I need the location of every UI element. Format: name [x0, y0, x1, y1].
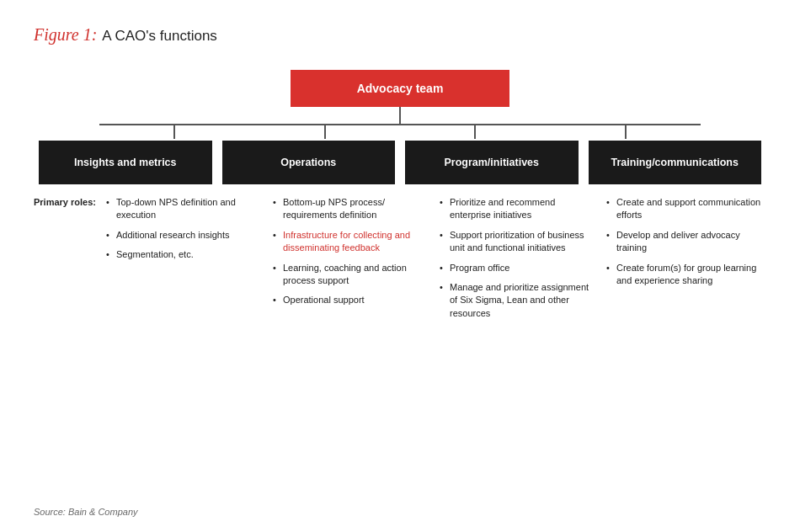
- list-item: Support prioritization of business unit …: [438, 229, 595, 255]
- page: Figure 1: A CAO's functions Advocacy tea…: [0, 0, 800, 532]
- advocacy-team-box: Advocacy team: [291, 70, 509, 107]
- list-item: Top-down NPS definition and execution: [104, 196, 261, 222]
- source-label: Source: Bain & Company: [34, 507, 138, 517]
- operations-list: Bottom-up NPS process/ requirements defi…: [271, 196, 428, 307]
- list-item: Additional research insights: [104, 229, 261, 242]
- org-chart: Advocacy team Insights and metrics Opera…: [34, 70, 766, 327]
- col-header-insights: Insights and metrics: [39, 141, 212, 184]
- column-headers-row: Insights and metrics Operations Program/…: [34, 141, 766, 193]
- tick-4: [625, 124, 627, 139]
- roles-col-insights: Top-down NPS definition and execution Ad…: [99, 196, 266, 327]
- list-item: Manage and prioritize assignment of Six …: [438, 281, 595, 320]
- figure-label: Figure 1:: [34, 25, 97, 45]
- col-header-operations: Operations: [222, 141, 396, 184]
- list-item: Infrastructure for collecting and dissem…: [271, 229, 428, 255]
- list-item: Program office: [438, 262, 595, 274]
- list-item: Create and support communication efforts: [605, 196, 761, 222]
- horizontal-connector: [99, 124, 700, 125]
- vertical-connector-top: [399, 107, 401, 124]
- figure-title: Figure 1: A CAO's functions: [34, 25, 766, 45]
- tick-3: [474, 124, 476, 139]
- list-item: Operational support: [271, 294, 428, 306]
- col-header-training: Training/communications: [589, 141, 762, 184]
- figure-text: A CAO's functions: [102, 28, 216, 45]
- roles-section: Primary roles: Top-down NPS definition a…: [34, 196, 766, 327]
- insights-list: Top-down NPS definition and execution Ad…: [104, 196, 261, 262]
- list-item: Bottom-up NPS process/ requirements defi…: [271, 196, 428, 222]
- list-item: Prioritize and recommend enterprise init…: [438, 196, 595, 222]
- list-item: Learning, coaching and action process su…: [271, 262, 428, 288]
- tick-2: [324, 124, 326, 139]
- col-operations: Operations: [217, 141, 401, 193]
- roles-col-program: Prioritize and recommend enterprise init…: [433, 196, 600, 327]
- list-item: Segmentation, etc.: [104, 248, 261, 261]
- list-item: Develop and deliver advocacy training: [605, 229, 761, 255]
- link-text: Infrastructure for collecting and dissem…: [283, 230, 410, 253]
- roles-col-training: Create and support communication efforts…: [600, 196, 766, 327]
- program-list: Prioritize and recommend enterprise init…: [438, 196, 595, 320]
- col-program: Program/initiatives: [400, 141, 584, 193]
- col-insights: Insights and metrics: [34, 141, 217, 193]
- training-list: Create and support communication efforts…: [605, 196, 761, 287]
- roles-col-operations: Bottom-up NPS process/ requirements defi…: [266, 196, 433, 327]
- roles-cols: Top-down NPS definition and execution Ad…: [99, 196, 766, 327]
- col-header-program: Program/initiatives: [405, 141, 579, 184]
- tick-1: [173, 124, 175, 139]
- roles-label: Primary roles:: [34, 196, 99, 327]
- col-training: Training/communications: [584, 141, 767, 193]
- list-item: Create forum(s) for group learning and e…: [605, 262, 761, 288]
